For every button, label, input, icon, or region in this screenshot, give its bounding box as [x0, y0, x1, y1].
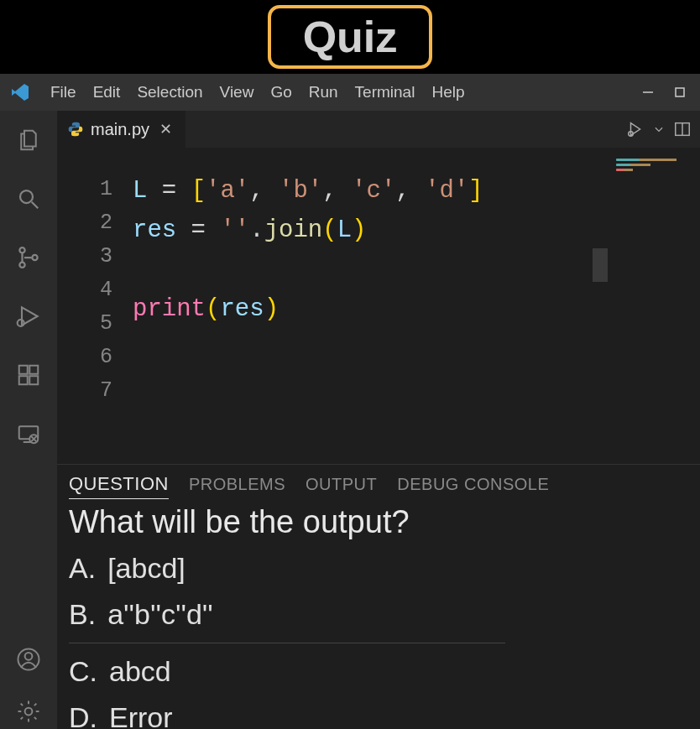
bottom-panel: QUESTION PROBLEMS OUTPUT DEBUG CONSOLE W… — [57, 464, 700, 729]
vscode-logo-icon — [10, 82, 30, 102]
quiz-banner: Quiz — [0, 0, 700, 74]
svg-point-4 — [19, 247, 24, 253]
svg-rect-11 — [29, 376, 38, 384]
chevron-down-icon[interactable] — [653, 123, 665, 135]
panel-tab-problems[interactable]: PROBLEMS — [189, 475, 285, 497]
svg-rect-9 — [29, 366, 38, 374]
minimize-icon[interactable] — [641, 86, 655, 99]
minimap[interactable] — [613, 156, 695, 282]
search-icon[interactable] — [14, 185, 43, 213]
menu-edit[interactable]: Edit — [85, 78, 129, 107]
option-divider — [69, 643, 505, 643]
account-icon[interactable] — [14, 645, 43, 674]
activity-bar — [0, 111, 57, 729]
tab-main-py[interactable]: main.py ✕ — [57, 111, 185, 148]
files-icon[interactable] — [14, 126, 43, 154]
scrollbar-thumb[interactable] — [593, 248, 608, 282]
source-control-icon[interactable] — [14, 243, 43, 272]
remote-icon[interactable] — [14, 419, 43, 448]
editor-tabs: main.py ✕ — [57, 111, 700, 148]
panel-tab-debug-console[interactable]: DEBUG CONSOLE — [397, 475, 549, 497]
svg-point-6 — [32, 255, 37, 260]
gear-icon[interactable] — [14, 697, 43, 726]
menu-go[interactable]: Go — [262, 78, 300, 107]
window-controls — [641, 86, 687, 99]
menu-run[interactable]: Run — [300, 78, 347, 107]
panel-tab-output[interactable]: OUTPUT — [306, 475, 377, 497]
svg-point-18 — [25, 653, 33, 660]
svg-point-7 — [18, 320, 24, 326]
menu-terminal[interactable]: Terminal — [347, 78, 424, 107]
menu-bar: File Edit Selection View Go Run Terminal… — [42, 78, 473, 107]
svg-rect-10 — [19, 376, 28, 384]
code-editor[interactable]: 1 2 3 4 5 6 7 L = ['a', 'b', 'c', 'd']re… — [57, 148, 700, 464]
maximize-icon[interactable] — [673, 86, 687, 99]
panel-tabs: QUESTION PROBLEMS OUTPUT DEBUG CONSOLE — [69, 473, 688, 499]
option-b[interactable]: B. a''b''c''d'' — [69, 595, 688, 634]
code-content: L = ['a', 'b', 'c', 'd']res = ''.join(L)… — [133, 171, 483, 464]
debug-icon[interactable] — [14, 302, 43, 331]
panel-tab-question[interactable]: QUESTION — [69, 473, 169, 499]
option-c[interactable]: C. abcd — [69, 652, 688, 691]
python-icon — [67, 121, 84, 138]
quiz-title: Quiz — [268, 5, 433, 69]
svg-point-5 — [19, 263, 24, 268]
question-text: What will be the output? — [69, 504, 688, 540]
title-bar: File Edit Selection View Go Run Terminal… — [0, 74, 700, 111]
tab-label: main.py — [91, 120, 149, 139]
split-editor-icon[interactable] — [673, 120, 692, 138]
svg-rect-1 — [676, 88, 684, 96]
option-a[interactable]: A. [abcd] — [69, 549, 688, 588]
menu-file[interactable]: File — [42, 78, 85, 107]
line-gutter: 1 2 3 4 5 6 7 — [57, 171, 133, 464]
svg-point-19 — [25, 708, 33, 716]
run-debug-icon[interactable] — [626, 120, 645, 138]
extensions-icon[interactable] — [14, 361, 43, 389]
menu-help[interactable]: Help — [423, 78, 473, 107]
option-d[interactable]: D. Error — [69, 698, 688, 729]
menu-selection[interactable]: Selection — [128, 78, 211, 107]
close-icon[interactable]: ✕ — [156, 120, 175, 138]
svg-point-2 — [20, 190, 33, 203]
menu-view[interactable]: View — [212, 78, 263, 107]
svg-rect-8 — [19, 366, 28, 374]
svg-line-3 — [32, 202, 39, 209]
answer-options: A. [abcd] B. a''b''c''d'' C. abcd D. Err… — [69, 549, 688, 729]
